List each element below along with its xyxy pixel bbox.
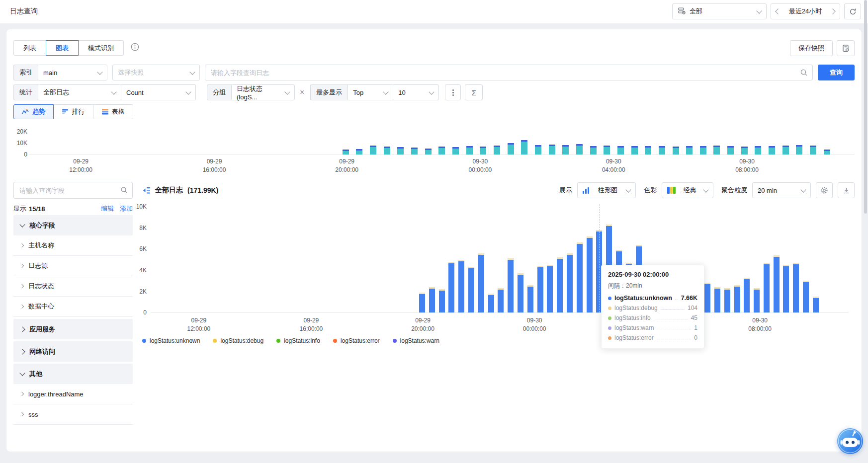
chart-bar[interactable]: [458, 260, 464, 313]
chart-bar[interactable]: [466, 146, 473, 154]
chart-bar[interactable]: [549, 145, 555, 154]
chart-bar[interactable]: [567, 253, 573, 312]
chart-bar[interactable]: [793, 263, 799, 312]
index-select[interactable]: main: [38, 65, 107, 80]
chart-bar[interactable]: [754, 288, 760, 312]
field-item[interactable]: 日志源: [13, 256, 133, 276]
legend-item[interactable]: logStatus:unknown: [142, 337, 200, 344]
chart-bar[interactable]: [796, 145, 802, 154]
chart-bar[interactable]: [478, 253, 484, 312]
chart-bar[interactable]: [704, 283, 710, 312]
tab-rank[interactable]: 排行: [53, 104, 93, 119]
chart-bar[interactable]: [521, 140, 527, 154]
chart-bar[interactable]: [508, 143, 514, 154]
chart-bar[interactable]: [604, 146, 610, 154]
field-item[interactable]: logger.threadName: [13, 384, 133, 404]
info-icon[interactable]: [131, 43, 139, 53]
tab-list[interactable]: 列表: [13, 40, 46, 56]
chart-bar[interactable]: [356, 149, 362, 154]
snapshot-list-button[interactable]: [837, 40, 855, 56]
chart-bar[interactable]: [370, 146, 376, 154]
chart-bar[interactable]: [783, 265, 789, 312]
field-item[interactable]: sss: [13, 404, 133, 425]
legend-item[interactable]: logStatus:debug: [213, 337, 263, 344]
chart-bar[interactable]: [429, 287, 435, 312]
chart-bar[interactable]: [577, 242, 583, 312]
remove-group-icon[interactable]: ×: [300, 88, 304, 97]
assistant-robot-button[interactable]: [836, 427, 864, 455]
chart-bar[interactable]: [452, 147, 459, 154]
chart-bar[interactable]: [713, 146, 720, 154]
query-button[interactable]: 查询: [818, 65, 855, 80]
chart-bar[interactable]: [411, 148, 418, 154]
chart-type-select[interactable]: 柱形图: [577, 182, 636, 198]
chart-bar[interactable]: [824, 150, 830, 154]
field-search-input[interactable]: [13, 182, 133, 199]
chart-bar[interactable]: [488, 294, 494, 312]
chart-bar[interactable]: [527, 285, 533, 312]
sigma-button[interactable]: Σ: [465, 84, 483, 100]
top-count-select[interactable]: 10: [393, 84, 439, 100]
chart-bar[interactable]: [419, 293, 425, 312]
field-item[interactable]: 主机名称: [13, 235, 133, 256]
field-item[interactable]: 日志状态: [13, 276, 133, 297]
chart-bar[interactable]: [764, 263, 770, 312]
chart-bar[interactable]: [617, 146, 624, 154]
color-scheme-select[interactable]: 经典: [662, 182, 713, 198]
chart-bar[interactable]: [537, 266, 543, 312]
next-range-icon[interactable]: [830, 8, 835, 14]
time-range-picker[interactable]: 最近24小时: [771, 3, 840, 19]
tab-trend[interactable]: 趋势: [13, 104, 54, 119]
chart-bar[interactable]: [438, 147, 445, 154]
chart-bar[interactable]: [448, 262, 454, 312]
chart-bar[interactable]: [727, 146, 734, 154]
chart-bar[interactable]: [468, 267, 474, 312]
chart-bar[interactable]: [397, 147, 404, 154]
chart-bar[interactable]: [744, 278, 750, 312]
chart-bar[interactable]: [741, 147, 748, 154]
refresh-button[interactable]: [844, 3, 861, 19]
chart-bar[interactable]: [425, 149, 432, 154]
chart-bar[interactable]: [576, 144, 583, 154]
chart-bar[interactable]: [803, 281, 809, 312]
field-group-header[interactable]: 核心字段: [13, 215, 133, 235]
chart-bar[interactable]: [700, 146, 706, 154]
stats-source-select[interactable]: 全部日志: [38, 84, 121, 100]
chart-bar[interactable]: [587, 236, 593, 312]
chart-bar[interactable]: [384, 147, 390, 154]
chart-bar[interactable]: [774, 255, 780, 312]
group-by-select[interactable]: 日志状态(logS...: [231, 84, 295, 100]
chart-bar[interactable]: [562, 145, 569, 154]
chart-bar[interactable]: [810, 146, 816, 154]
chart-bar[interactable]: [343, 150, 349, 154]
chart-bar[interactable]: [557, 257, 563, 312]
top-mode-select[interactable]: Top: [347, 84, 393, 100]
edit-fields-link[interactable]: 编辑: [101, 204, 114, 213]
chart-bar[interactable]: [755, 146, 761, 154]
snapshot-select[interactable]: 选择快照: [112, 65, 200, 80]
field-group-header[interactable]: 网络访问: [13, 341, 133, 362]
chart-bar[interactable]: [631, 146, 638, 154]
chart-bar[interactable]: [686, 146, 693, 154]
chart-bar[interactable]: [724, 288, 730, 312]
prev-range-icon[interactable]: [775, 8, 781, 14]
chart-bar[interactable]: [673, 147, 679, 154]
data-scope-select[interactable]: 全部: [672, 3, 767, 19]
tab-table[interactable]: 表格: [93, 104, 133, 119]
save-snapshot-button[interactable]: 保存快照: [790, 40, 833, 56]
legend-item[interactable]: logStatus:info: [276, 337, 320, 344]
legend-item[interactable]: logStatus:error: [333, 337, 380, 344]
legend-item[interactable]: logStatus:warn: [393, 337, 439, 344]
chart-download-button[interactable]: [838, 182, 855, 198]
chart-bar[interactable]: [498, 288, 504, 312]
log-search-input[interactable]: [205, 65, 813, 80]
chart-bar[interactable]: [439, 289, 445, 312]
chart-bar[interactable]: [518, 273, 523, 312]
chart-bar[interactable]: [645, 146, 651, 154]
field-item[interactable]: 数据中心: [13, 297, 133, 317]
chart-bar[interactable]: [769, 146, 775, 154]
chart-bar[interactable]: [480, 147, 486, 154]
more-options-button[interactable]: [445, 84, 461, 100]
chart-bar[interactable]: [813, 297, 819, 312]
chart-bar[interactable]: [535, 145, 541, 154]
